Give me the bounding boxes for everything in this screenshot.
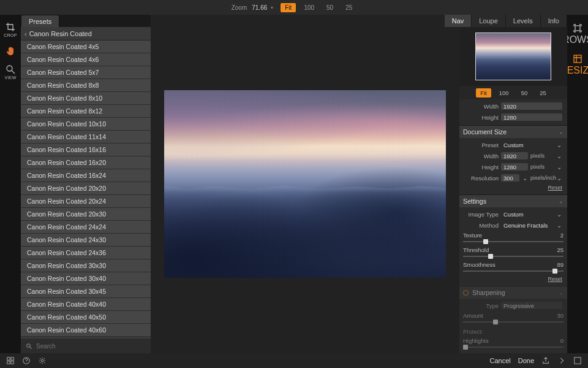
chevron-down-icon[interactable]: ⌄ <box>556 142 562 148</box>
preset-item[interactable]: Canon Resin Coated 30x45 <box>21 285 151 298</box>
presets-search[interactable] <box>21 339 151 353</box>
crop-tool[interactable]: CROP <box>4 22 17 37</box>
doc-res-unit[interactable]: pixels/inch <box>530 175 554 181</box>
doc-preset-select[interactable]: Custom <box>501 141 554 148</box>
done-button[interactable]: Done <box>518 357 534 364</box>
presets-header[interactable]: ‹ Canon Resin Coated <box>21 27 151 40</box>
preset-item[interactable]: Canon Resin Coated 16x16 <box>21 144 151 156</box>
method-select[interactable]: Genuine Fractals <box>501 221 554 229</box>
zoom-label: Zoom <box>232 4 247 11</box>
highlights-slider[interactable] <box>463 345 564 350</box>
zoom-value[interactable]: 71.66 <box>252 4 267 11</box>
preset-item[interactable]: Canon Resin Coated 24x30 <box>21 234 151 247</box>
view-tool[interactable]: VIEW <box>4 64 16 80</box>
amount-label: Amount <box>463 312 483 319</box>
preset-item[interactable]: Canon Resin Coated 30x40 <box>21 272 151 285</box>
svg-rect-5 <box>11 358 13 360</box>
preset-item[interactable]: Canon Resin Coated 8x10 <box>21 92 151 105</box>
toggle-ring-icon[interactable] <box>463 290 469 296</box>
magnify-icon <box>6 64 15 74</box>
doc-height-unit[interactable]: pixels <box>530 164 554 170</box>
preset-item[interactable]: Canon Resin Coated 20x20 <box>21 182 151 195</box>
nav-zoom-fit[interactable]: Fit <box>476 88 491 98</box>
preset-item[interactable]: Canon Resin Coated 20x24 <box>21 195 151 208</box>
threshold-slider[interactable] <box>463 254 564 259</box>
preset-item[interactable]: Canon Resin Coated 40x60 <box>21 324 151 337</box>
sharpening-header[interactable]: Sharpening⌄ <box>459 286 567 299</box>
smoothness-slider[interactable] <box>463 269 564 274</box>
back-icon[interactable]: ‹ <box>24 30 27 37</box>
preset-item[interactable]: Canon Resin Coated 4x5 <box>21 40 151 53</box>
nav-zoom-50[interactable]: 50 <box>517 88 532 98</box>
share-icon[interactable] <box>541 356 550 365</box>
preset-item[interactable]: Canon Resin Coated 4x6 <box>21 53 151 66</box>
preset-item[interactable]: Canon Resin Coated 16x20 <box>21 156 151 169</box>
zoom-fit-button[interactable]: Fit <box>281 3 296 12</box>
doc-height-field[interactable]: 1280 <box>501 163 528 171</box>
tab-info[interactable]: Info <box>541 15 567 27</box>
tab-loupe[interactable]: Loupe <box>472 15 506 27</box>
settings-reset[interactable]: Reset <box>462 276 565 282</box>
preset-item[interactable]: Canon Resin Coated 40x50 <box>21 311 151 324</box>
presets-category: Canon Resin Coated <box>29 30 92 37</box>
zoom-dropdown-icon[interactable]: ▾ <box>271 5 273 10</box>
preset-item[interactable]: Canon Resin Coated 24x36 <box>21 247 151 259</box>
resize-icon <box>573 54 582 64</box>
settings-header[interactable]: Settings⌄ <box>459 195 567 207</box>
smoothness-label: Smoothness <box>463 261 496 268</box>
doc-width-field[interactable]: 1920 <box>501 152 528 159</box>
preset-item[interactable]: Canon Resin Coated 20x30 <box>21 208 151 221</box>
navigator-thumbnail[interactable] <box>459 27 567 86</box>
preset-item[interactable]: Canon Resin Coated 40x40 <box>21 298 151 311</box>
chevron-down-icon[interactable]: ⌄ <box>556 153 562 159</box>
threshold-value: 25 <box>557 247 564 253</box>
chevron-down-icon: ⌄ <box>559 129 564 135</box>
preset-item[interactable]: Canon Resin Coated 8x8 <box>21 79 151 92</box>
nav-thumb-image <box>475 33 551 80</box>
right-toolstrip: BROWSE RESIZE <box>567 15 588 353</box>
chevron-down-icon[interactable]: ⌄ <box>556 164 562 171</box>
smoothness-value: 89 <box>557 261 564 268</box>
preset-item[interactable]: Canon Resin Coated 11x14 <box>21 131 151 144</box>
nav-zoom-100[interactable]: 100 <box>495 88 513 98</box>
presets-search-input[interactable] <box>36 343 146 350</box>
chevron-down-icon[interactable]: ⌄ <box>522 175 528 182</box>
chevron-down-icon[interactable]: ⌄ <box>556 175 562 182</box>
sharpen-type-select[interactable]: Progressive <box>501 302 562 309</box>
imgtype-select[interactable]: Custom <box>501 210 554 218</box>
doc-res-field[interactable]: 300 <box>501 174 519 182</box>
pan-tool[interactable] <box>6 46 15 56</box>
expand-icon[interactable] <box>573 356 582 365</box>
grid-icon[interactable] <box>6 356 15 365</box>
chevron-down-icon[interactable]: ⌄ <box>556 222 562 229</box>
help-icon[interactable] <box>22 356 31 365</box>
svg-rect-10 <box>575 358 581 364</box>
preset-item[interactable]: Canon Resin Coated 10x10 <box>21 118 151 131</box>
tab-nav[interactable]: Nav <box>445 15 472 27</box>
preset-item[interactable]: Canon Resin Coated 24x24 <box>21 221 151 234</box>
document-size-header[interactable]: Document Size⌄ <box>459 126 567 138</box>
cancel-button[interactable]: Cancel <box>489 357 510 364</box>
doc-size-reset[interactable]: Reset <box>462 185 565 191</box>
presets-tab[interactable]: Presets <box>21 15 59 27</box>
zoom-50-button[interactable]: 50 <box>322 3 337 12</box>
nav-zoom-25[interactable]: 25 <box>535 88 551 98</box>
image-preview <box>164 90 446 278</box>
zoom-25-button[interactable]: 25 <box>341 3 356 12</box>
gear-icon[interactable] <box>38 356 47 365</box>
next-icon[interactable] <box>557 356 566 365</box>
browse-icon <box>573 23 582 33</box>
tab-levels[interactable]: Levels <box>506 15 541 27</box>
preset-item[interactable]: Canon Resin Coated 30x30 <box>21 259 151 272</box>
chevron-down-icon[interactable]: ⌄ <box>556 211 562 218</box>
preset-item[interactable]: Canon Resin Coated 5x7 <box>21 66 151 79</box>
zoom-100-button[interactable]: 100 <box>300 3 318 12</box>
presets-list[interactable]: Canon Resin Coated 4x5Canon Resin Coated… <box>21 40 151 339</box>
doc-width-unit[interactable]: pixels <box>530 153 554 159</box>
preset-item[interactable]: Canon Resin Coated 8x12 <box>21 105 151 118</box>
texture-slider[interactable] <box>463 239 564 244</box>
amount-slider[interactable] <box>463 320 564 324</box>
canvas-area[interactable] <box>151 15 459 353</box>
preset-item[interactable]: Canon Resin Coated 16x24 <box>21 169 151 182</box>
svg-point-9 <box>41 359 43 362</box>
